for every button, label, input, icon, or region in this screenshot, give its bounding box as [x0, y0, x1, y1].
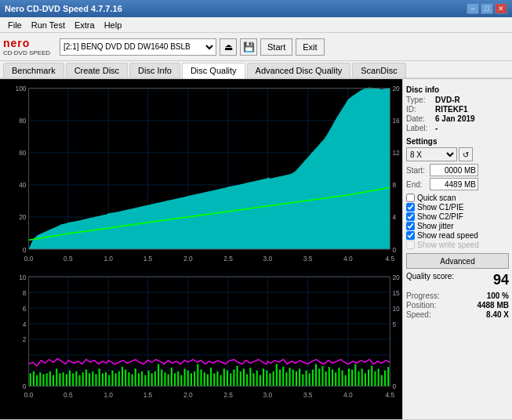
svg-text:2.0: 2.0 [183, 255, 193, 263]
svg-rect-174 [342, 371, 343, 386]
position-row: Position: 4488 MB [406, 301, 509, 310]
svg-rect-182 [368, 370, 369, 386]
quick-scan-checkbox[interactable] [406, 194, 415, 202]
quick-scan-label: Quick scan [417, 194, 456, 202]
disc-date-label: Date: [406, 114, 434, 123]
show-write-speed-checkbox[interactable] [406, 241, 415, 249]
svg-text:16: 16 [392, 117, 399, 125]
show-jitter-row: Show jitter [406, 222, 509, 230]
end-mb-input[interactable] [430, 178, 478, 190]
eject-icon[interactable]: ⏏ [220, 38, 237, 56]
show-c2pif-checkbox[interactable] [406, 212, 415, 221]
svg-text:4.0: 4.0 [343, 255, 353, 263]
svg-rect-147 [252, 373, 254, 386]
show-c1pie-label: Show C1/PIE [417, 203, 463, 212]
svg-rect-102 [105, 372, 107, 386]
tab-disc-quality[interactable]: Disc Quality [182, 63, 245, 78]
svg-text:20: 20 [19, 213, 26, 222]
svg-rect-165 [312, 370, 314, 386]
start-mb-input[interactable] [430, 164, 478, 176]
speed-value: 8.40 X [486, 310, 509, 319]
svg-text:3.0: 3.0 [263, 390, 272, 399]
maximize-button[interactable]: □ [481, 3, 493, 14]
svg-rect-125 [180, 375, 182, 386]
nero-brand: nero [3, 37, 50, 49]
svg-rect-175 [345, 375, 347, 386]
svg-rect-141 [233, 370, 234, 386]
menu-extra[interactable]: Extra [70, 20, 100, 31]
speed-settings-row: 8 X 4 X 12 X 16 X ↺ [406, 147, 509, 161]
svg-rect-79 [30, 373, 31, 386]
tab-benchmark[interactable]: Benchmark [3, 63, 64, 78]
svg-rect-161 [299, 368, 300, 386]
tab-scandisc[interactable]: ScanDisc [352, 63, 405, 78]
tab-advanced-disc-quality[interactable]: Advanced Disc Quality [247, 63, 351, 78]
svg-rect-106 [118, 371, 120, 386]
svg-rect-119 [161, 370, 162, 386]
svg-rect-152 [269, 373, 271, 386]
svg-rect-91 [69, 371, 71, 386]
svg-text:4: 4 [23, 320, 27, 328]
svg-rect-138 [223, 368, 225, 386]
svg-text:40: 40 [19, 181, 26, 190]
svg-rect-173 [338, 368, 340, 386]
tab-create-disc[interactable]: Create Disc [66, 63, 128, 78]
disc-id-value: RITEKF1 [435, 105, 468, 114]
svg-rect-116 [151, 373, 153, 386]
svg-rect-169 [325, 371, 327, 386]
show-jitter-checkbox[interactable] [406, 222, 415, 230]
svg-text:20: 20 [392, 85, 399, 93]
svg-rect-123 [174, 373, 176, 386]
svg-text:2.5: 2.5 [223, 255, 233, 263]
speed-selector[interactable]: 8 X 4 X 12 X 16 X [406, 147, 457, 161]
progress-row: Progress: 100 % [406, 291, 509, 300]
start-button[interactable]: Start [260, 38, 292, 56]
drive-selector[interactable]: [2:1] BENQ DVD DD DW1640 BSLB [60, 38, 216, 56]
svg-rect-180 [361, 368, 363, 386]
show-c1pie-checkbox[interactable] [406, 203, 415, 212]
close-button[interactable]: ✕ [495, 3, 507, 14]
svg-rect-187 [384, 371, 386, 386]
svg-rect-107 [122, 367, 123, 386]
disc-label-value: - [435, 124, 438, 132]
quality-label: Quality score: [406, 272, 454, 288]
svg-rect-131 [200, 370, 202, 386]
svg-rect-100 [99, 368, 100, 386]
menu-help[interactable]: Help [100, 20, 127, 31]
svg-text:2.5: 2.5 [223, 390, 233, 399]
advanced-button[interactable]: Advanced [406, 253, 509, 269]
title-bar: Nero CD-DVD Speed 4.7.7.16 − □ ✕ [0, 0, 512, 17]
svg-rect-168 [321, 366, 323, 386]
quality-row: Quality score: 94 [406, 272, 509, 288]
svg-rect-115 [147, 371, 149, 386]
svg-rect-88 [59, 373, 60, 386]
svg-rect-162 [302, 375, 303, 386]
tab-disc-info[interactable]: Disc Info [129, 63, 180, 78]
menu-run-test[interactable]: Run Test [27, 20, 70, 31]
exit-button[interactable]: Exit [296, 38, 324, 56]
svg-rect-113 [141, 371, 143, 386]
refresh-icon[interactable]: ↺ [459, 147, 473, 161]
svg-rect-142 [237, 366, 238, 386]
svg-rect-140 [230, 373, 231, 386]
svg-rect-109 [128, 372, 129, 386]
disc-id-label: ID: [406, 105, 434, 114]
svg-rect-83 [42, 375, 44, 386]
svg-rect-85 [49, 371, 51, 386]
svg-rect-154 [276, 364, 278, 386]
cdspeed-brand: CD·DVD SPEED [3, 49, 50, 56]
svg-rect-159 [292, 370, 294, 386]
toolbar: nero CD·DVD SPEED [2:1] BENQ DVD DD DW16… [0, 33, 512, 61]
show-read-speed-checkbox[interactable] [406, 231, 415, 240]
minimize-button[interactable]: − [467, 3, 479, 14]
disc-id-row: ID: RITEKF1 [406, 105, 509, 114]
menu-file[interactable]: File [3, 20, 27, 31]
svg-rect-81 [36, 375, 38, 386]
svg-rect-156 [282, 367, 284, 386]
window-controls[interactable]: − □ ✕ [467, 3, 507, 14]
tab-bar: Benchmark Create Disc Disc Info Disc Qua… [0, 61, 512, 79]
svg-rect-104 [111, 371, 113, 386]
svg-rect-126 [184, 368, 186, 386]
svg-rect-157 [285, 372, 287, 386]
save-icon[interactable]: 💾 [240, 38, 257, 56]
